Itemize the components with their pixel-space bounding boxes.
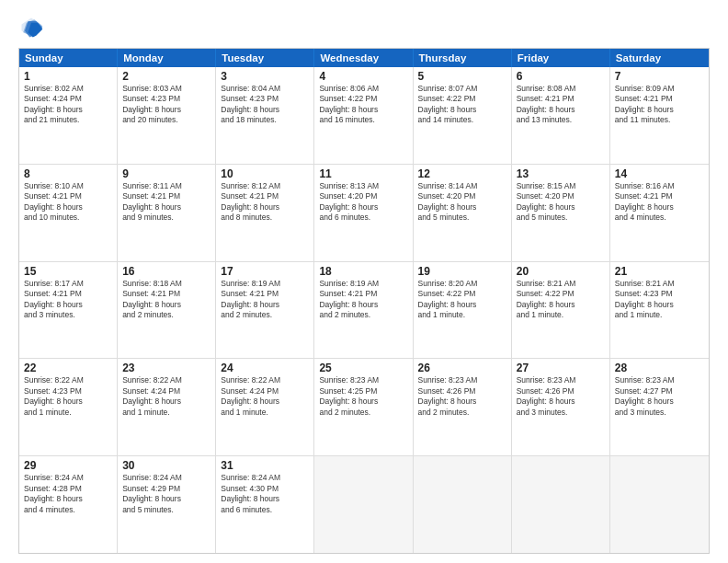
day-details: Sunrise: 8:06 AM Sunset: 4:22 PM Dayligh…: [319, 84, 407, 126]
day-number: 7: [615, 70, 704, 83]
day-number: 15: [24, 265, 112, 278]
table-row: 10Sunrise: 8:12 AM Sunset: 4:21 PM Dayli…: [216, 165, 314, 261]
calendar-row: 1Sunrise: 8:02 AM Sunset: 4:24 PM Daylig…: [19, 67, 709, 164]
table-row: [512, 456, 610, 553]
calendar-row: 15Sunrise: 8:17 AM Sunset: 4:21 PM Dayli…: [19, 261, 709, 359]
day-number: 16: [122, 265, 210, 278]
day-number: 1: [24, 70, 112, 83]
table-row: 23Sunrise: 8:22 AM Sunset: 4:24 PM Dayli…: [118, 359, 216, 455]
day-details: Sunrise: 8:08 AM Sunset: 4:21 PM Dayligh…: [517, 84, 605, 126]
day-details: Sunrise: 8:16 AM Sunset: 4:21 PM Dayligh…: [615, 181, 704, 224]
day-number: 9: [122, 167, 210, 180]
day-details: Sunrise: 8:24 AM Sunset: 4:28 PM Dayligh…: [24, 473, 112, 515]
header: [18, 15, 710, 40]
table-row: 26Sunrise: 8:23 AM Sunset: 4:26 PM Dayli…: [414, 359, 512, 455]
day-number: 5: [418, 70, 506, 83]
day-number: 13: [517, 167, 605, 180]
day-number: 29: [24, 459, 112, 472]
table-row: 18Sunrise: 8:19 AM Sunset: 4:21 PM Dayli…: [314, 262, 413, 359]
day-details: Sunrise: 8:21 AM Sunset: 4:23 PM Dayligh…: [615, 279, 704, 321]
calendar: Sunday Monday Tuesday Wednesday Thursday…: [18, 48, 710, 554]
table-row: [414, 456, 512, 553]
day-number: 10: [221, 167, 309, 180]
day-details: Sunrise: 8:24 AM Sunset: 4:29 PM Dayligh…: [122, 473, 210, 515]
table-row: 12Sunrise: 8:14 AM Sunset: 4:20 PM Dayli…: [414, 165, 512, 261]
table-row: 1Sunrise: 8:02 AM Sunset: 4:24 PM Daylig…: [19, 67, 118, 164]
day-details: Sunrise: 8:18 AM Sunset: 4:21 PM Dayligh…: [122, 279, 210, 321]
day-details: Sunrise: 8:21 AM Sunset: 4:22 PM Dayligh…: [517, 279, 605, 321]
calendar-row: 29Sunrise: 8:24 AM Sunset: 4:28 PM Dayli…: [19, 455, 709, 553]
day-number: 14: [615, 167, 704, 180]
day-details: Sunrise: 8:23 AM Sunset: 4:25 PM Dayligh…: [319, 375, 407, 418]
table-row: 24Sunrise: 8:22 AM Sunset: 4:24 PM Dayli…: [216, 359, 314, 455]
day-details: Sunrise: 8:19 AM Sunset: 4:21 PM Dayligh…: [221, 279, 309, 321]
day-number: 11: [319, 167, 407, 180]
table-row: 7Sunrise: 8:09 AM Sunset: 4:21 PM Daylig…: [610, 67, 709, 164]
header-friday: Friday: [512, 49, 610, 67]
table-row: 6Sunrise: 8:08 AM Sunset: 4:21 PM Daylig…: [512, 67, 610, 164]
day-details: Sunrise: 8:04 AM Sunset: 4:23 PM Dayligh…: [221, 84, 309, 126]
day-number: 27: [517, 362, 605, 374]
table-row: 20Sunrise: 8:21 AM Sunset: 4:22 PM Dayli…: [512, 262, 610, 359]
table-row: 28Sunrise: 8:23 AM Sunset: 4:27 PM Dayli…: [610, 359, 709, 455]
header-monday: Monday: [118, 49, 216, 67]
day-number: 22: [24, 362, 112, 374]
table-row: 4Sunrise: 8:06 AM Sunset: 4:22 PM Daylig…: [314, 67, 413, 164]
day-number: 8: [24, 167, 112, 180]
day-number: 26: [418, 362, 506, 374]
day-number: 21: [615, 265, 704, 278]
day-details: Sunrise: 8:15 AM Sunset: 4:20 PM Dayligh…: [517, 181, 605, 224]
table-row: 22Sunrise: 8:22 AM Sunset: 4:23 PM Dayli…: [19, 359, 118, 455]
day-number: 4: [319, 70, 407, 83]
header-wednesday: Wednesday: [314, 49, 413, 67]
table-row: 31Sunrise: 8:24 AM Sunset: 4:30 PM Dayli…: [216, 456, 314, 553]
day-details: Sunrise: 8:19 AM Sunset: 4:21 PM Dayligh…: [319, 279, 407, 321]
table-row: [610, 456, 709, 553]
day-details: Sunrise: 8:23 AM Sunset: 4:26 PM Dayligh…: [418, 375, 506, 418]
day-number: 3: [221, 70, 309, 83]
table-row: 29Sunrise: 8:24 AM Sunset: 4:28 PM Dayli…: [19, 456, 118, 553]
day-details: Sunrise: 8:10 AM Sunset: 4:21 PM Dayligh…: [24, 181, 112, 224]
day-details: Sunrise: 8:14 AM Sunset: 4:20 PM Dayligh…: [418, 181, 506, 224]
calendar-row: 8Sunrise: 8:10 AM Sunset: 4:21 PM Daylig…: [19, 164, 709, 261]
day-details: Sunrise: 8:23 AM Sunset: 4:26 PM Dayligh…: [517, 375, 605, 418]
logo-icon: [18, 15, 44, 40]
day-number: 28: [615, 362, 704, 374]
table-row: 25Sunrise: 8:23 AM Sunset: 4:25 PM Dayli…: [314, 359, 413, 455]
day-details: Sunrise: 8:03 AM Sunset: 4:23 PM Dayligh…: [122, 84, 210, 126]
day-number: 24: [221, 362, 309, 374]
table-row: 27Sunrise: 8:23 AM Sunset: 4:26 PM Dayli…: [512, 359, 610, 455]
day-number: 19: [418, 265, 506, 278]
table-row: 16Sunrise: 8:18 AM Sunset: 4:21 PM Dayli…: [118, 262, 216, 359]
table-row: 30Sunrise: 8:24 AM Sunset: 4:29 PM Dayli…: [118, 456, 216, 553]
day-number: 20: [517, 265, 605, 278]
day-details: Sunrise: 8:22 AM Sunset: 4:23 PM Dayligh…: [24, 375, 112, 418]
table-row: 8Sunrise: 8:10 AM Sunset: 4:21 PM Daylig…: [19, 165, 118, 261]
header-thursday: Thursday: [414, 49, 512, 67]
header-saturday: Saturday: [610, 49, 709, 67]
day-details: Sunrise: 8:22 AM Sunset: 4:24 PM Dayligh…: [122, 375, 210, 418]
day-details: Sunrise: 8:09 AM Sunset: 4:21 PM Dayligh…: [615, 84, 704, 126]
day-details: Sunrise: 8:07 AM Sunset: 4:22 PM Dayligh…: [418, 84, 506, 126]
day-number: 31: [221, 459, 309, 472]
table-row: 13Sunrise: 8:15 AM Sunset: 4:20 PM Dayli…: [512, 165, 610, 261]
table-row: 14Sunrise: 8:16 AM Sunset: 4:21 PM Dayli…: [610, 165, 709, 261]
day-details: Sunrise: 8:11 AM Sunset: 4:21 PM Dayligh…: [122, 181, 210, 224]
table-row: 15Sunrise: 8:17 AM Sunset: 4:21 PM Dayli…: [19, 262, 118, 359]
day-number: 30: [122, 459, 210, 472]
table-row: 17Sunrise: 8:19 AM Sunset: 4:21 PM Dayli…: [216, 262, 314, 359]
table-row: 2Sunrise: 8:03 AM Sunset: 4:23 PM Daylig…: [118, 67, 216, 164]
day-number: 18: [319, 265, 407, 278]
day-number: 17: [221, 265, 309, 278]
day-number: 25: [319, 362, 407, 374]
header-sunday: Sunday: [19, 49, 118, 67]
day-details: Sunrise: 8:12 AM Sunset: 4:21 PM Dayligh…: [221, 181, 309, 224]
day-number: 12: [418, 167, 506, 180]
table-row: 21Sunrise: 8:21 AM Sunset: 4:23 PM Dayli…: [610, 262, 709, 359]
day-number: 23: [122, 362, 210, 374]
header-tuesday: Tuesday: [216, 49, 314, 67]
table-row: 3Sunrise: 8:04 AM Sunset: 4:23 PM Daylig…: [216, 67, 314, 164]
table-row: 9Sunrise: 8:11 AM Sunset: 4:21 PM Daylig…: [118, 165, 216, 261]
day-details: Sunrise: 8:17 AM Sunset: 4:21 PM Dayligh…: [24, 279, 112, 321]
day-number: 6: [517, 70, 605, 83]
